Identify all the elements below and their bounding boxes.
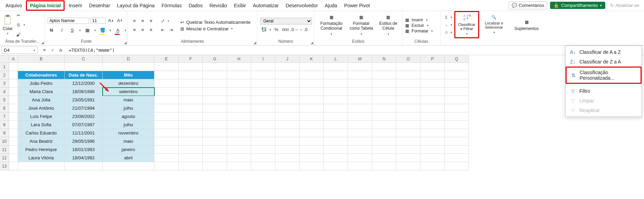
cell-K8[interactable] <box>300 121 324 129</box>
row-header-8[interactable]: 8 <box>0 121 9 129</box>
underline-icon[interactable]: S <box>68 27 76 34</box>
cell-H13[interactable] <box>227 162 251 170</box>
decrease-indent-icon[interactable]: ⇤ <box>159 26 167 34</box>
cell-C6[interactable]: 21/07/1994 <box>65 104 103 112</box>
fx-icon[interactable]: fx <box>58 47 64 53</box>
cell-N11[interactable] <box>372 146 396 154</box>
insert-cells-button[interactable]: ▦ Inserir ▾ <box>405 18 433 22</box>
addins-button[interactable]: ▦ Suplementos <box>512 19 541 32</box>
cell-C1[interactable] <box>65 63 103 71</box>
menu-ajuda[interactable]: Ajuda <box>322 1 340 10</box>
sort-az-item[interactable]: A↓Classificar de A a Z <box>566 47 642 57</box>
cell-P3[interactable] <box>420 79 445 88</box>
cell-D5[interactable]: maio <box>103 96 154 104</box>
comments-button[interactable]: 💬 Comentários <box>509 1 547 9</box>
cell-G5[interactable] <box>203 96 227 104</box>
cell-I6[interactable] <box>251 104 275 112</box>
cell-A13[interactable] <box>9 162 18 170</box>
format-painter-icon[interactable]: 🖌 <box>15 31 22 38</box>
cell-B12[interactable]: Laura Vitória <box>18 154 65 162</box>
cell-J13[interactable] <box>275 162 300 170</box>
cell-M5[interactable] <box>348 96 372 104</box>
cell-K13[interactable] <box>300 162 324 170</box>
cell-C13[interactable] <box>65 162 103 170</box>
cell-O7[interactable] <box>396 112 420 121</box>
cell-L7[interactable] <box>324 112 348 121</box>
cell-O5[interactable] <box>396 96 420 104</box>
cell-L6[interactable] <box>324 104 348 112</box>
cell-Q1[interactable] <box>445 63 469 71</box>
cell-I1[interactable] <box>251 63 275 71</box>
font-name-input[interactable] <box>48 18 89 24</box>
cell-A3[interactable] <box>9 79 18 88</box>
cell-P11[interactable] <box>420 146 445 154</box>
borders-icon[interactable]: ▦ <box>84 27 91 34</box>
cell-A12[interactable] <box>9 154 18 162</box>
cell-L9[interactable] <box>324 129 348 137</box>
cell-F4[interactable] <box>179 88 203 96</box>
cell-L12[interactable] <box>324 154 348 162</box>
cell-A8[interactable] <box>9 121 18 129</box>
cell-K1[interactable] <box>300 63 324 71</box>
cell-E3[interactable] <box>154 79 179 88</box>
cell-J5[interactable] <box>275 96 300 104</box>
cell-H8[interactable] <box>227 121 251 129</box>
cell-M10[interactable] <box>348 137 372 146</box>
cell-J1[interactable] <box>275 63 300 71</box>
cell-L13[interactable] <box>324 162 348 170</box>
col-header-J[interactable]: J <box>275 55 300 63</box>
cell-F3[interactable] <box>179 79 203 88</box>
cut-icon[interactable]: ✂ <box>15 11 22 19</box>
col-header-L[interactable]: L <box>324 55 348 63</box>
cell-J7[interactable] <box>275 112 300 121</box>
cell-H3[interactable] <box>227 79 251 88</box>
cell-D8[interactable]: julho <box>103 121 154 129</box>
cell-O12[interactable] <box>396 154 420 162</box>
cell-B2[interactable]: Colaboradores <box>18 71 65 79</box>
menu-power-pivot[interactable]: Power Pivot <box>341 1 373 10</box>
formula-input[interactable]: =TEXTO(C4;"mmmm") <box>66 47 644 53</box>
cell-M12[interactable] <box>348 154 372 162</box>
cell-A6[interactable] <box>9 104 18 112</box>
col-header-O[interactable]: O <box>396 55 420 63</box>
cell-Q8[interactable] <box>445 121 469 129</box>
cell-I11[interactable] <box>251 146 275 154</box>
cell-Q2[interactable] <box>445 71 469 79</box>
cell-N12[interactable] <box>372 154 396 162</box>
cell-P8[interactable] <box>420 121 445 129</box>
increase-decimal-icon[interactable]: .0→ <box>291 26 298 33</box>
cell-E7[interactable] <box>154 112 179 121</box>
cell-P12[interactable] <box>420 154 445 162</box>
cell-C4[interactable]: 18/09/1998 <box>65 88 103 96</box>
number-format-select[interactable]: Geral <box>260 18 312 24</box>
cell-P2[interactable] <box>420 71 445 79</box>
cell-K6[interactable] <box>300 104 324 112</box>
cell-N6[interactable] <box>372 104 396 112</box>
cell-A10[interactable] <box>9 137 18 146</box>
cell-G9[interactable] <box>203 129 227 137</box>
cell-C10[interactable]: 29/05/1996 <box>65 137 103 146</box>
cell-F8[interactable] <box>179 121 203 129</box>
cell-A9[interactable] <box>9 129 18 137</box>
col-header-H[interactable]: H <box>227 55 251 63</box>
cell-G6[interactable] <box>203 104 227 112</box>
row-header-4[interactable]: 4 <box>0 88 9 96</box>
cell-J6[interactable] <box>275 104 300 112</box>
cell-C9[interactable]: 11/11/2001 <box>65 129 103 137</box>
cell-P7[interactable] <box>420 112 445 121</box>
cell-H5[interactable] <box>227 96 251 104</box>
cell-E9[interactable] <box>154 129 179 137</box>
cell-J11[interactable] <box>275 146 300 154</box>
cell-K10[interactable] <box>300 137 324 146</box>
cell-P5[interactable] <box>420 96 445 104</box>
cell-F10[interactable] <box>179 137 203 146</box>
cell-H11[interactable] <box>227 146 251 154</box>
cell-F5[interactable] <box>179 96 203 104</box>
cell-E8[interactable] <box>154 121 179 129</box>
col-header-C[interactable]: C <box>65 55 103 63</box>
cell-C3[interactable]: 12/12/2000 <box>65 79 103 88</box>
cell-M4[interactable] <box>348 88 372 96</box>
cell-M8[interactable] <box>348 121 372 129</box>
row-header-3[interactable]: 3 <box>0 79 9 88</box>
cell-A1[interactable] <box>9 63 18 71</box>
